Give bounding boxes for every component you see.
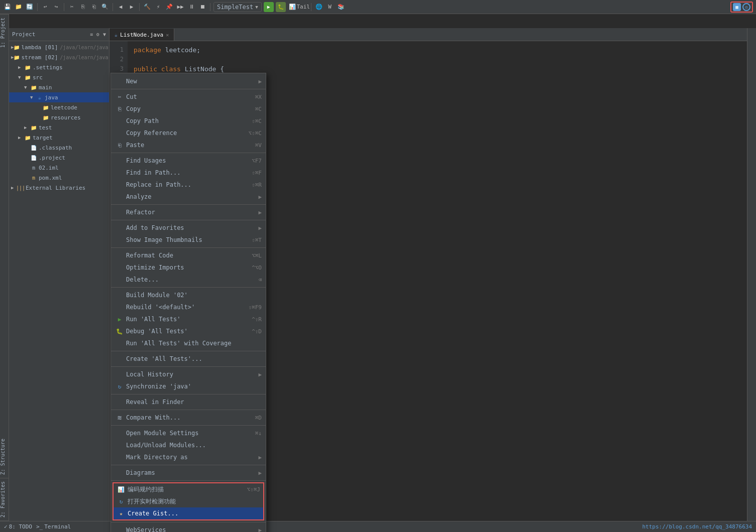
- menu-item-local-history[interactable]: Local History ▶: [111, 368, 266, 380]
- menu-item-analyze[interactable]: Analyze ▶: [111, 191, 266, 203]
- toolbar-btn-fwd[interactable]: ▶: [127, 3, 136, 12]
- tab-close-btn[interactable]: ✕: [166, 32, 169, 38]
- menu-item-thumbnails[interactable]: Show Image Thumbnails ⇧⌘T: [111, 234, 266, 246]
- stream-folder-icon: 📁: [14, 54, 20, 61]
- menu-item-debug-tests[interactable]: 🐛 Debug 'All Tests' ^⇧D: [111, 325, 266, 337]
- menu-item-coverage[interactable]: Run 'All Tests' with Coverage: [111, 337, 266, 349]
- toolbar-btn-13[interactable]: 📚: [337, 3, 346, 12]
- tree-item-stream[interactable]: ▶ 📁 stream [02] /java/learn/java-lambda-…: [9, 52, 109, 62]
- tree-item-src[interactable]: ▼ 📁 src: [9, 72, 109, 82]
- menu-item-optimize[interactable]: Optimize Imports ^⌥O: [111, 261, 266, 274]
- toolbar-btn-paste[interactable]: ⎗: [89, 3, 98, 12]
- tree-item-project-file[interactable]: 📄 .project: [9, 153, 109, 163]
- load-unload-label: Load/Unload Modules...: [126, 442, 262, 449]
- synchronize-label: Synchronize 'java': [126, 383, 262, 390]
- structure-side-tab[interactable]: Z: Structure: [0, 436, 9, 478]
- tree-item-ext-libs[interactable]: ▶ ||| External Libraries: [9, 183, 109, 193]
- toolbar-btn-cut[interactable]: ✂: [67, 3, 76, 12]
- menu-item-reformat[interactable]: Reformat Code ⌥⌘L: [111, 249, 266, 261]
- toolbar-btn-11[interactable]: 🌐: [314, 3, 323, 12]
- delete-shortcut: ⌫: [258, 277, 262, 283]
- menu-item-compare[interactable]: ≋ Compare With... ⌘D: [111, 412, 266, 424]
- project-header-btn-2[interactable]: ⚙: [96, 32, 99, 37]
- toolbar-btn-12[interactable]: W: [326, 3, 335, 12]
- menu-item-create-tests[interactable]: Create 'All Tests'...: [111, 353, 266, 365]
- create-gist-label: Create Gist...: [128, 510, 260, 517]
- menu-item-delete[interactable]: Delete... ⌫: [111, 274, 266, 286]
- tree-item-test[interactable]: ▶ 📁 test: [9, 122, 109, 132]
- coverage-icon: [115, 339, 124, 348]
- analyze-arrow: ▶: [258, 194, 262, 200]
- menu-item-synchronize[interactable]: ↻ Synchronize 'java': [111, 380, 266, 392]
- toolbar-btn-9[interactable]: ⏸: [187, 3, 196, 12]
- menu-item-realtime[interactable]: ↻ 打开实时检测功能: [114, 495, 263, 507]
- blue-circle-btn[interactable]: ◎: [742, 3, 750, 11]
- analyze-label: Analyze: [126, 193, 258, 200]
- project-side-tab[interactable]: 1: Project: [0, 14, 9, 51]
- toolbar-btn-6[interactable]: ⚡: [154, 3, 163, 12]
- toolbar-btn-back[interactable]: ◀: [116, 3, 125, 12]
- menu-item-build-module[interactable]: Build Module '02': [111, 289, 266, 301]
- menu-item-load-unload[interactable]: Load/Unload Modules...: [111, 439, 266, 451]
- toolbar-btn-undo[interactable]: ↩: [41, 3, 50, 12]
- menu-item-cut[interactable]: ✂ Cut ⌘X: [111, 91, 266, 103]
- project-header-btn-1[interactable]: ≡: [90, 32, 93, 37]
- menu-item-copy-path[interactable]: Copy Path ⇧⌘C: [111, 115, 266, 127]
- toolbar-tail[interactable]: Tail: [299, 3, 308, 12]
- toolbar-btn-10[interactable]: ⏹: [198, 3, 207, 12]
- status-todo[interactable]: ✓ 8: TODO: [4, 523, 32, 530]
- toolbar-btn-1[interactable]: 💾: [3, 3, 12, 12]
- menu-item-favorites[interactable]: Add to Favorites ▶: [111, 222, 266, 234]
- run-config[interactable]: SimpleTest ▼: [213, 2, 262, 12]
- menu-item-webservices[interactable]: WebServices ▶: [111, 524, 266, 532]
- project-header-btn-3[interactable]: ▼: [103, 32, 106, 37]
- toolbar-btn-2[interactable]: 📁: [14, 3, 23, 12]
- toolbar-btn-redo[interactable]: ↪: [52, 3, 61, 12]
- menu-item-replace-path[interactable]: Replace in Path... ⇧⌘R: [111, 179, 266, 191]
- menu-item-refactor[interactable]: Refactor ▶: [111, 206, 266, 218]
- favorites-side-tab[interactable]: 2: Favorites: [0, 478, 9, 521]
- toolbar-btn-build[interactable]: 🔨: [143, 3, 152, 12]
- tree-item-pom[interactable]: m pom.xml: [9, 173, 109, 183]
- tree-item-java[interactable]: ▼ ☕ java: [9, 92, 109, 102]
- tree-item-lambda[interactable]: ▶ 📁 lambda [01] /java/learn/java-lambda-…: [9, 42, 109, 52]
- run-button[interactable]: ▶: [264, 2, 274, 12]
- tree-item-classpath[interactable]: 📄 .classpath: [9, 143, 109, 153]
- menu-item-copy-ref[interactable]: Copy Reference ⌥⇧⌘C: [111, 127, 266, 139]
- diagrams-arrow: ▶: [258, 470, 262, 476]
- menu-item-code-scan[interactable]: 📊 编码规约扫描 ⌥⇧⌘J: [114, 483, 263, 495]
- menu-item-reveal[interactable]: Reveal in Finder: [111, 396, 266, 408]
- toolbar-btn-5[interactable]: 🔍: [100, 3, 110, 12]
- toolbar-btn-3[interactable]: 🔄: [25, 3, 34, 12]
- debug-button[interactable]: 🐛: [276, 2, 286, 12]
- favorites-label: Add to Favorites: [126, 224, 258, 231]
- menu-item-paste[interactable]: ⎗ Paste ⌘V: [111, 139, 266, 151]
- green-box-btn[interactable]: ▦: [733, 3, 741, 11]
- tree-item-settings[interactable]: ▶ 📁 .settings: [9, 62, 109, 72]
- tree-item-main[interactable]: ▼ 📁 main: [9, 82, 109, 92]
- tree-item-iml[interactable]: m 02.iml: [9, 163, 109, 173]
- toolbar-btn-copy[interactable]: ⎘: [78, 3, 87, 12]
- tab-listnode[interactable]: ☕ ListNode.java ✕: [110, 29, 174, 41]
- find-path-label: Find in Path...: [126, 169, 242, 176]
- replace-path-icon: [115, 180, 124, 189]
- menu-item-copy[interactable]: ⎘ Copy ⌘C: [111, 103, 266, 115]
- menu-item-find-path[interactable]: Find in Path... ⇧⌘F: [111, 167, 266, 179]
- toolbar-btn-7[interactable]: 📌: [165, 3, 174, 12]
- tree-item-leetcode[interactable]: 📁 leetcode: [9, 102, 109, 112]
- menu-item-mark-dir[interactable]: Mark Directory as ▶: [111, 451, 266, 463]
- status-terminal[interactable]: >_ Terminal: [36, 523, 71, 530]
- coverage-button[interactable]: 📊: [288, 3, 297, 12]
- leetcode-folder-icon: 📁: [42, 104, 49, 111]
- menu-item-module-settings[interactable]: Open Module Settings ⌘↓: [111, 427, 266, 439]
- toolbar-btn-8[interactable]: ▶▶: [176, 3, 185, 12]
- thumbnails-shortcut: ⇧⌘T: [252, 237, 262, 243]
- tree-item-target[interactable]: ▶ 📁 target: [9, 132, 109, 143]
- menu-item-create-gist[interactable]: ★ Create Gist...: [114, 507, 263, 519]
- menu-item-rebuild[interactable]: Rebuild '<default>' ⇧⌘F9: [111, 301, 266, 313]
- menu-item-diagrams[interactable]: Diagrams ▶: [111, 467, 266, 479]
- menu-item-run-tests[interactable]: ▶ Run 'All Tests' ^⇧R: [111, 313, 266, 325]
- menu-item-find-usages[interactable]: Find Usages ⌥F7: [111, 155, 266, 167]
- menu-item-new[interactable]: New ▶: [111, 75, 266, 87]
- tree-item-resources[interactable]: 📁 resources: [9, 112, 109, 122]
